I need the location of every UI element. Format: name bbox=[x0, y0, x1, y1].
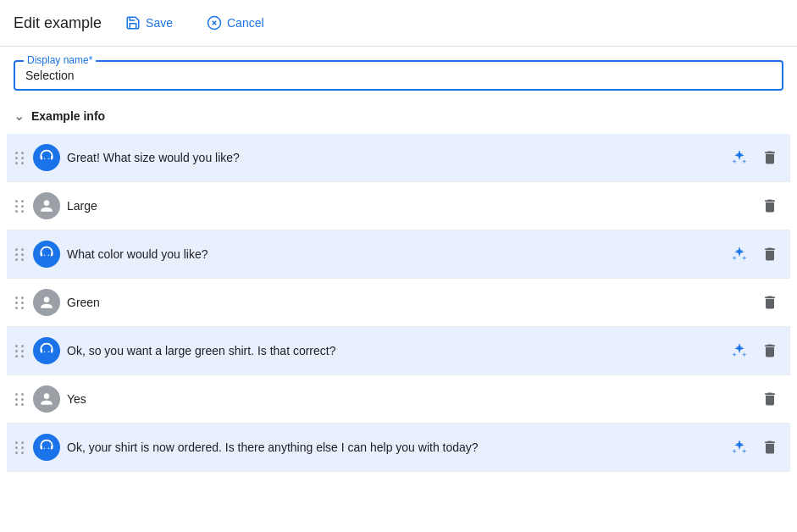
user-avatar bbox=[33, 192, 60, 219]
display-name-input[interactable] bbox=[25, 69, 772, 82]
cancel-label: Cancel bbox=[227, 16, 264, 30]
delete-button[interactable] bbox=[756, 192, 783, 219]
conv-message-text: Yes bbox=[67, 392, 750, 406]
chevron-down-icon: ⌄ bbox=[14, 108, 25, 124]
display-name-label: Display name* bbox=[24, 54, 96, 66]
user-avatar bbox=[33, 289, 60, 316]
drag-dots-icon bbox=[15, 248, 25, 261]
page-header: Edit example Save Cancel bbox=[0, 0, 797, 47]
drag-handle[interactable] bbox=[14, 150, 26, 166]
agent-avatar bbox=[33, 434, 60, 461]
agent-avatar bbox=[33, 241, 60, 268]
drag-handle[interactable] bbox=[14, 343, 26, 359]
cancel-button[interactable]: Cancel bbox=[196, 10, 274, 36]
row-actions bbox=[726, 144, 783, 171]
drag-dots-icon bbox=[15, 393, 25, 406]
conversation-list: Great! What size would you like? Large W… bbox=[0, 134, 797, 472]
sparkle-button[interactable] bbox=[726, 434, 753, 461]
row-actions bbox=[756, 192, 783, 219]
drag-handle[interactable] bbox=[14, 440, 26, 456]
agent-avatar bbox=[33, 144, 60, 171]
table-row: What color would you like? bbox=[7, 230, 790, 279]
display-name-section: Display name* bbox=[0, 47, 797, 97]
page-title: Edit example bbox=[14, 14, 102, 32]
delete-button[interactable] bbox=[756, 144, 783, 171]
delete-button[interactable] bbox=[756, 289, 783, 316]
table-row: Ok, so you want a large green shirt. Is … bbox=[7, 327, 790, 375]
table-row: Great! What size would you like? bbox=[7, 134, 790, 182]
table-row: Green bbox=[7, 279, 790, 327]
drag-dots-icon bbox=[15, 152, 25, 164]
table-row: Ok, your shirt is now ordered. Is there … bbox=[7, 424, 790, 472]
drag-handle[interactable] bbox=[14, 391, 26, 407]
display-name-wrapper: Display name* bbox=[14, 60, 783, 91]
conv-message-text: Ok, so you want a large green shirt. Is … bbox=[67, 344, 719, 357]
table-row: Large bbox=[7, 182, 790, 230]
conv-message-text: Great! What size would you like? bbox=[67, 151, 719, 164]
drag-handle[interactable] bbox=[14, 198, 26, 214]
table-row: Yes bbox=[7, 375, 790, 424]
sparkle-button[interactable] bbox=[726, 144, 753, 171]
section-title: Example info bbox=[31, 109, 105, 123]
conv-message-text: Green bbox=[67, 296, 750, 309]
save-icon bbox=[125, 15, 141, 30]
drag-dots-icon bbox=[15, 345, 25, 357]
drag-handle[interactable] bbox=[14, 295, 26, 311]
delete-button[interactable] bbox=[756, 385, 783, 413]
row-actions bbox=[726, 241, 783, 268]
row-actions bbox=[756, 385, 783, 413]
delete-button[interactable] bbox=[756, 337, 783, 364]
drag-dots-icon bbox=[15, 296, 25, 309]
delete-button[interactable] bbox=[756, 241, 783, 268]
row-actions bbox=[756, 289, 783, 316]
agent-avatar bbox=[33, 337, 60, 364]
save-label: Save bbox=[146, 16, 173, 30]
drag-dots-icon bbox=[15, 441, 25, 454]
drag-dots-icon bbox=[15, 200, 25, 213]
row-actions bbox=[726, 434, 783, 461]
save-button[interactable]: Save bbox=[115, 10, 183, 36]
sparkle-button[interactable] bbox=[726, 241, 753, 268]
sparkle-button[interactable] bbox=[726, 337, 753, 364]
conv-message-text: What color would you like? bbox=[67, 247, 719, 261]
user-avatar bbox=[33, 385, 60, 413]
example-info-section-header[interactable]: ⌄ Example info bbox=[0, 97, 797, 134]
row-actions bbox=[726, 337, 783, 364]
conv-message-text: Large bbox=[67, 199, 750, 213]
cancel-icon bbox=[207, 15, 222, 30]
conv-message-text: Ok, your shirt is now ordered. Is there … bbox=[67, 441, 719, 454]
delete-button[interactable] bbox=[756, 434, 783, 461]
drag-handle[interactable] bbox=[14, 247, 26, 263]
